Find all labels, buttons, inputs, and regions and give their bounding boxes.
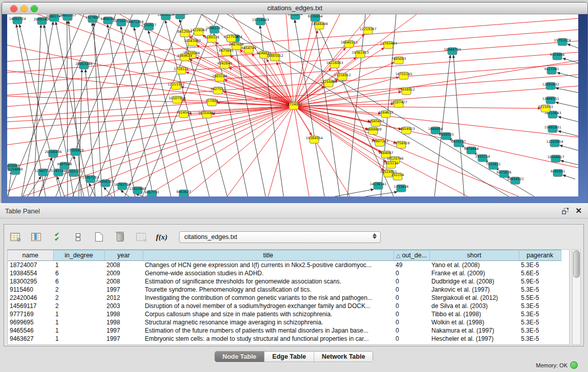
column-header-title[interactable]: title xyxy=(143,250,394,261)
table-cell[interactable]: 0 xyxy=(394,294,429,302)
table-cell[interactable]: 0 xyxy=(394,302,429,310)
graph-node[interactable]: 6479197 xyxy=(451,140,466,147)
table-cell[interactable]: Investigating the contribution of common… xyxy=(143,294,394,302)
table-cell[interactable]: 2008 xyxy=(104,261,143,270)
table-cell[interactable]: Franke et al. (2009) xyxy=(429,269,519,277)
table-cell[interactable]: Embryonic stem cells: a model to study s… xyxy=(143,335,394,343)
table-cell[interactable]: 22420046 xyxy=(8,294,53,302)
graph-node[interactable]: 8471676 xyxy=(497,170,512,178)
table-cell[interactable]: 2 xyxy=(53,302,104,310)
table-cell[interactable]: 9699695 xyxy=(8,318,53,326)
table-cell[interactable]: 5.3E-5 xyxy=(519,335,561,343)
table-cell[interactable]: 5.9E-5 xyxy=(519,277,561,286)
graph-node[interactable]: 15938012 xyxy=(398,87,415,95)
table-cell[interactable]: 9115460 xyxy=(8,286,53,294)
table-row[interactable]: 1872400712008Changes of HCN gene express… xyxy=(8,261,561,270)
graph-node[interactable]: 11548498 xyxy=(311,22,328,29)
table-cell[interactable]: 1998 xyxy=(104,318,143,326)
graph-node[interactable]: 9463627 xyxy=(177,190,191,196)
table-row[interactable]: 911546021997Tourette syndrome. Phenomeno… xyxy=(8,286,561,294)
graph-node[interactable]: 8186328 xyxy=(205,35,220,42)
table-cell[interactable]: 18724007 xyxy=(8,261,53,270)
network-canvas[interactable]: 1405572420691406208017471065325715276026… xyxy=(7,14,578,196)
graph-node[interactable]: 1733426 xyxy=(394,185,409,192)
delete-columns-button[interactable] xyxy=(113,230,126,244)
table-cell[interactable]: Nakamura et al. (1997) xyxy=(429,326,519,335)
graph-node[interactable]: 18907243 xyxy=(371,139,388,146)
graph-node[interactable]: 14136141 xyxy=(369,182,386,189)
column-header-pagerank[interactable]: pagerank xyxy=(519,250,561,261)
column-header-name[interactable]: name xyxy=(8,250,53,261)
graph-node[interactable]: 9097548 xyxy=(57,162,72,169)
table-cell[interactable]: 6 xyxy=(53,277,104,286)
graph-node[interactable]: 20206536 xyxy=(45,150,61,157)
table-cell[interactable]: Tibbo et al. (1998) xyxy=(429,310,519,318)
table-cell[interactable]: 1997 xyxy=(104,326,143,335)
table-row[interactable]: 946362711997Embryonic stem cells: a mode… xyxy=(8,335,561,343)
table-cell[interactable]: 5.3E-5 xyxy=(519,310,561,318)
graph-node[interactable]: 1615132 xyxy=(384,161,399,168)
graph-node[interactable]: 1145194 xyxy=(51,169,66,176)
graph-node[interactable]: 14055724 xyxy=(9,17,26,24)
table-cell[interactable]: 18300295 xyxy=(8,277,53,286)
table-cell[interactable]: 5.3E-5 xyxy=(519,302,561,310)
table-cell[interactable]: 1 xyxy=(53,318,104,326)
graph-node[interactable]: 16107427 xyxy=(390,100,407,107)
table-cell[interactable]: 2009 xyxy=(104,269,143,277)
table-cell[interactable]: 0 xyxy=(394,310,429,318)
graph-node[interactable]: 8131074 xyxy=(288,14,303,19)
scrollbar-thumb[interactable] xyxy=(573,250,580,278)
graph-node[interactable]: 12213332 xyxy=(167,82,184,90)
graph-node[interactable]: 10688609 xyxy=(364,127,381,135)
window-titlebar[interactable]: citations_edges.txt xyxy=(2,3,587,14)
graph-node[interactable]: 16648784 xyxy=(444,48,461,55)
function-builder-button[interactable]: f(x) xyxy=(155,230,168,244)
table-cell[interactable]: Wolkin et al. (1998) xyxy=(429,318,519,326)
graph-node[interactable]: 12219387 xyxy=(359,27,376,34)
table-cell[interactable]: 1997 xyxy=(104,286,143,294)
table-cell[interactable]: 14569117 xyxy=(8,302,53,310)
table-cell[interactable]: 5.6E-5 xyxy=(519,269,561,277)
table-cell[interactable]: 0 xyxy=(394,335,429,343)
table-cell[interactable]: 19384554 xyxy=(8,269,53,277)
table-cell[interactable]: 9777169 xyxy=(8,310,53,318)
table-cell[interactable]: 5.3E-5 xyxy=(519,286,561,294)
table-cell[interactable]: 5.5E-5 xyxy=(519,294,561,302)
column-header-year[interactable]: year xyxy=(104,250,143,261)
graph-node[interactable]: 16958107 xyxy=(97,180,114,187)
graph-node[interactable]: 20053346 xyxy=(75,62,92,69)
graph-node[interactable]: 10934522 xyxy=(507,177,524,184)
graph-node[interactable]: 20691406 xyxy=(33,17,50,25)
table-cell[interactable]: 1997 xyxy=(104,335,143,343)
table-cell[interactable]: de Silva et al. (2003) xyxy=(429,302,519,310)
table-cell[interactable]: Estimation of significance thresholds fo… xyxy=(143,277,394,286)
graph-node[interactable]: 2803144 xyxy=(212,74,227,81)
graph-node[interactable]: 2718126 xyxy=(174,67,189,74)
table-cell[interactable]: 49 xyxy=(394,261,429,270)
graph-node[interactable]: 12342757 xyxy=(34,169,51,176)
table-cell[interactable]: Disruption of a novel member of a sodium… xyxy=(143,302,394,310)
table-row[interactable]: 946554611997Estimation of the future num… xyxy=(8,326,561,335)
table-cell[interactable]: 1998 xyxy=(104,310,143,318)
table-cell[interactable]: Changes of HCN gene expression and I(f) … xyxy=(143,261,394,270)
tab-node-table[interactable]: Node Table xyxy=(215,352,264,362)
table-cell[interactable]: 0 xyxy=(394,326,429,335)
table-cell[interactable]: Stergiakouli et al. (2012) xyxy=(429,294,519,302)
table-mode-button[interactable]: ⚙ xyxy=(8,230,21,244)
table-cell[interactable]: 0 xyxy=(394,277,429,286)
graph-node[interactable]: 252254 xyxy=(391,173,404,180)
graph-node[interactable]: 9329966 xyxy=(550,53,565,60)
show-columns-button[interactable] xyxy=(29,230,42,244)
table-cell[interactable]: 2 xyxy=(53,286,104,294)
table-cell[interactable]: 1 xyxy=(53,310,104,318)
graph-node[interactable]: 9474444 xyxy=(464,147,479,154)
graph-node[interactable]: 8454749 xyxy=(242,46,256,53)
graph-node[interactable]: 7515527 xyxy=(142,23,157,30)
table-cell[interactable]: Corpus callosum shape and size in male p… xyxy=(143,310,394,318)
table-cell[interactable]: 1 xyxy=(53,261,104,270)
graph-node[interactable]: 9242845 xyxy=(217,61,232,69)
graph-node[interactable]: 2935114 xyxy=(475,155,490,162)
table-cell[interactable]: Structural magnetic resonance image aver… xyxy=(143,318,394,326)
table-cell[interactable]: 2003 xyxy=(104,302,143,310)
graph-node[interactable]: 7485083 xyxy=(391,57,406,64)
